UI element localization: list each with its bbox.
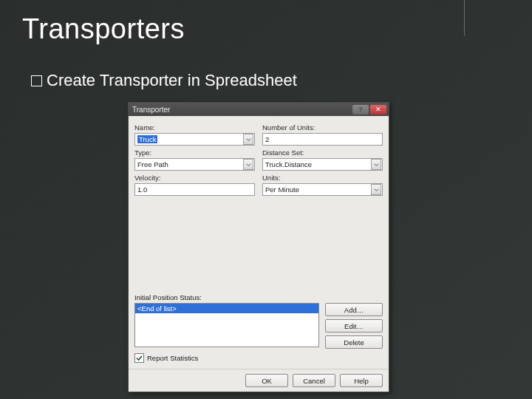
velocity-field[interactable]: 1.0 <box>134 183 255 196</box>
cancel-button[interactable]: Cancel <box>293 374 335 387</box>
type-field[interactable]: Free Path <box>134 158 255 171</box>
dialog-title: Transporter <box>132 106 170 114</box>
close-icon[interactable]: ✕ <box>370 105 386 115</box>
label-report-stats: Report Statistics <box>147 354 198 362</box>
bullet-icon <box>31 75 42 86</box>
distance-set-field[interactable]: Truck.Distance <box>262 158 383 171</box>
bullet-text: Create Transporter in Spreadsheet <box>47 71 297 90</box>
label-units: Units: <box>262 174 383 182</box>
label-velocity: Velocity: <box>134 174 255 182</box>
add-button[interactable]: Add… <box>325 303 383 316</box>
distance-set-value: Truck.Distance <box>265 160 312 168</box>
delete-button[interactable]: Delete <box>325 335 383 349</box>
units-field[interactable]: Per Minute <box>262 183 383 196</box>
bullet-line: Create Transporter in Spreadsheet <box>31 71 297 90</box>
units-count-value: 2 <box>265 135 269 143</box>
report-stats-checkbox[interactable] <box>134 353 144 363</box>
label-name: Name: <box>134 123 255 132</box>
transporter-dialog: Transporter ? ✕ Name: Truck Number of Un… <box>128 102 389 392</box>
label-distance-set: Distance Set: <box>262 149 383 157</box>
edit-button[interactable]: Edit… <box>325 319 383 332</box>
initial-position-list[interactable]: <End of list> <box>134 303 319 347</box>
chevron-down-icon[interactable] <box>371 184 381 195</box>
chevron-down-icon[interactable] <box>243 159 253 170</box>
velocity-value: 1.0 <box>137 185 147 194</box>
ok-button[interactable]: OK <box>245 374 288 387</box>
type-value: Free Path <box>137 160 168 168</box>
name-field[interactable]: Truck <box>134 133 255 146</box>
help-icon[interactable]: ? <box>352 105 369 115</box>
help-button[interactable]: Help <box>340 374 383 387</box>
units-value: Per Minute <box>265 185 299 194</box>
label-units-count: Number of Units: <box>262 123 383 132</box>
label-type: Type: <box>134 149 255 157</box>
label-initial-position: Initial Position Status: <box>134 293 383 301</box>
chevron-down-icon[interactable] <box>371 159 381 170</box>
list-item[interactable]: <End of list> <box>135 304 318 313</box>
dialog-titlebar[interactable]: Transporter ? ✕ <box>129 103 389 116</box>
name-value: Truck <box>137 135 157 143</box>
number-of-units-field[interactable]: 2 <box>262 133 383 146</box>
chevron-down-icon[interactable] <box>243 134 253 145</box>
slide-title: Transporters <box>22 13 185 45</box>
